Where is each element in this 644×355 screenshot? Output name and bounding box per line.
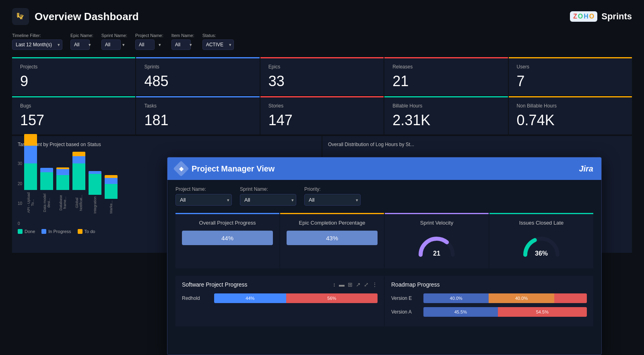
bar-in-progress [56,169,69,175]
bar-stack [56,167,69,190]
bar-in-progress [24,146,37,163]
pm-sprint-select[interactable]: All [240,194,296,206]
project-filter-group: Project Name: All [135,33,163,50]
bar-in-progress [72,156,85,163]
item-filter-group: Item Name: All [171,33,194,50]
bar-group: Marke... [105,175,118,214]
velocity-gauge-svg: 21 [417,235,457,259]
pm-priority-select-wrapper[interactable]: All [304,194,361,206]
bar-label: API - Upload To... [27,192,35,214]
more-icon[interactable]: ⋮ [372,281,378,288]
redhold-bar: 44% 56% [214,293,378,303]
software-section-header: Software Project Progress ↕ ▬ ⊞ ↗ ⤢ ⋮ [182,281,378,288]
dashboard-title: Overview Dashboard [35,10,139,23]
pm-project-select-wrapper[interactable]: All [175,194,232,206]
sort-icon[interactable]: ↕ [333,281,336,288]
roadmap-section: Roadmap Progress Version E 40.0% 40.0% V… [385,276,593,326]
epic-completion-value: 43% [326,235,338,241]
bar-group: Data model desi... [40,168,53,214]
pm-sprint-label: Sprint Name: [240,186,296,192]
version-a-row: Version A 45.5% 54.5% [391,307,587,317]
bar-label: Integration [93,196,97,214]
version-e-label: Version E [391,295,419,301]
stat-card-epics: Epics33 [260,57,384,95]
version-e-row: Version E 40.0% 40.0% [391,293,587,303]
pm-body: Project Name: All Sprint Name: All Prior… [167,180,601,333]
chart-icon[interactable]: ▬ [339,281,345,288]
zoho-o1: O [578,13,583,20]
bar-done [89,174,101,195]
zoho-z: Z [573,13,577,20]
item-select[interactable]: All [171,39,191,50]
pm-sprint-select-wrapper[interactable]: All [240,194,296,206]
legend-dot [18,229,23,234]
stat-card-bugs: Bugs157 [12,96,135,134]
kpi-epic-title: Epic Completion Percentage [287,220,378,226]
dashboard-icon [12,8,29,25]
version-e-red [554,293,587,303]
bar-label: Global Notificat... [75,192,83,214]
bar-group: Global Notificat... [72,152,85,214]
bar-group: Integration [89,171,101,214]
svg-text:21: 21 [433,250,440,257]
bar-in-progress [40,168,53,172]
expand-icon[interactable]: ⤢ [364,281,369,288]
issues-gauge: 36% [496,231,587,263]
kpi-grid: Overall Project Progress 44% Epic Comple… [175,213,593,268]
legend-item-to-do: To do [78,229,95,234]
bar-done [56,175,69,190]
epic-select[interactable]: All [70,39,90,50]
bar-in-progress [89,171,101,174]
bar-stack [89,171,101,195]
epic-select-wrapper[interactable]: All [70,39,93,50]
pm-sprint-filter: Sprint Name: All [240,186,296,206]
stat-card-stories: Stories147 [260,96,384,134]
stat-card-projects: Projects9 [12,57,135,95]
export-icon[interactable]: ↗ [356,281,361,288]
kpi-epic-completion: Epic Completion Percentage 43% [280,213,384,268]
velocity-gauge: 21 [391,231,482,263]
status-select[interactable]: ACTIVE [202,39,234,50]
grid-icon[interactable]: ⊞ [348,281,353,288]
donut-chart-title: Overall Distribution of Log Hours by St.… [328,142,626,147]
version-a-red: 54.5% [498,307,587,317]
version-e-orange: 40.0% [489,293,554,303]
pm-project-select[interactable]: All [175,194,232,206]
timeline-filter-group: Timeline Filter: Last 12 Month(s) [12,33,62,50]
timeline-filter-label: Timeline Filter: [12,33,62,38]
zoho-sprints-label: Sprints [601,11,632,22]
sprint-select[interactable]: All [101,39,121,50]
project-select-wrapper[interactable]: All [135,39,163,50]
legend-dot [41,229,46,234]
status-select-wrapper[interactable]: ACTIVE [202,39,234,50]
bar-done [24,163,37,190]
pm-priority-select[interactable]: All [304,194,361,206]
pm-project-filter: Project Name: All [175,186,232,206]
project-progress-value: 44% [221,235,233,241]
issues-gauge-svg: 36% [521,235,561,259]
bar-done [72,163,85,190]
timeline-select-wrapper[interactable]: Last 12 Month(s) [12,39,62,50]
stats-bottom-grid: Bugs157Tasks181Stories147Billable Hours2… [12,96,632,134]
zoho-badge: Z O H O [570,11,597,22]
bar-label: Marke... [109,200,113,214]
sprint-filter-group: Sprint Name: All [101,33,127,50]
sprint-select-wrapper[interactable]: All [101,39,127,50]
pm-jira-label: Jira [579,164,593,173]
project-select[interactable]: All [135,39,155,50]
roadmap-section-title: Roadmap Progress [391,281,440,288]
bar-todo [105,175,118,178]
project-progress-bar: 44% [182,231,273,245]
redhold-remain-pct: 56% [286,293,378,303]
pm-view-overlay: ◆ Project Manager View Jira Project Name… [167,157,602,355]
kpi-velocity-title: Sprint Velocity [391,220,482,226]
item-filter-label: Item Name: [171,33,194,38]
stat-card-releases: Releases21 [384,57,508,95]
zoho-h: H [584,13,588,20]
y-axis: 30 20 10 0 [18,161,22,226]
version-a-bar: 45.5% 54.5% [423,307,587,317]
pm-priority-label: Priority: [304,186,361,192]
timeline-select[interactable]: Last 12 Month(s) [12,39,62,50]
version-e-bar: 40.0% 40.0% [423,293,587,303]
item-select-wrapper[interactable]: All [171,39,194,50]
